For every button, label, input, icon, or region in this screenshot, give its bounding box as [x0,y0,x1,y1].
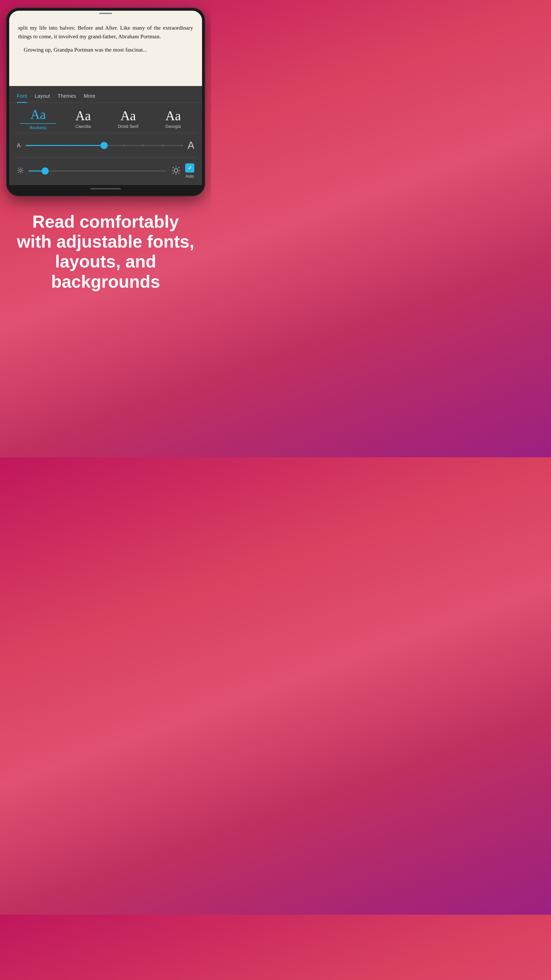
drag-handle[interactable] [99,13,112,14]
svg-point-9 [174,169,178,172]
book-content: split my life into halves: Before and Af… [9,11,202,86]
font-option-georgia[interactable]: Aa Georgia [151,109,196,129]
tabs-container: Font Layout Themes More [9,91,202,103]
font-size-slider[interactable] [26,140,183,151]
svg-line-16 [173,173,173,174]
tick-7 [143,145,143,146]
font-underline-bookerly [20,123,56,124]
tab-more[interactable]: More [84,91,95,103]
svg-line-14 [173,167,173,168]
tab-themes[interactable]: Themes [58,91,76,103]
slider-thumb[interactable] [100,142,108,149]
phone-wrapper: split my life into halves: Before and Af… [6,8,205,196]
font-size-large-label: A [187,140,194,151]
phone-screen: split my life into halves: Before and Af… [9,11,202,193]
tick-4 [84,145,85,146]
font-name-droid: Droid Serif [118,124,138,129]
marketing-heading: Read comfortably with adjustable fonts, … [13,212,198,291]
font-options-row: Aa Bookerly Aa Caecilia Aa Droid Serif [9,103,202,133]
svg-line-17 [179,167,179,168]
book-text: split my life into halves: Before and Af… [18,24,193,41]
font-size-row: A [9,133,202,158]
svg-line-8 [22,168,23,169]
book-text-2: Growing up, Grandpa Portman was the most… [18,45,193,54]
font-aa-droid: Aa [121,109,136,123]
font-name-bookerly: Bookerly [30,125,46,130]
tick-3 [65,145,65,146]
tick-6 [123,145,124,146]
marketing-section: Read comfortably with adjustable fonts, … [0,196,211,302]
brightness-row: ✓ Auto [9,158,202,185]
brightness-track [29,170,167,172]
tick-9 [182,145,183,146]
phone-outer: split my life into halves: Before and Af… [6,8,205,196]
auto-label: Auto [186,174,194,179]
font-name-georgia: Georgia [165,124,181,129]
font-aa-georgia: Aa [165,109,181,123]
font-size-small-label: A [17,142,21,149]
font-aa-caecilia: Aa [75,109,91,123]
brightness-thumb[interactable] [41,167,49,175]
tick-2 [45,145,46,146]
tab-font[interactable]: Font [17,91,27,103]
font-option-droid-serif[interactable]: Aa Droid Serif [106,109,151,129]
brightness-high-icon [171,166,181,176]
auto-brightness-checkbox[interactable]: ✓ Auto [185,163,194,179]
tick-8 [162,145,163,146]
svg-line-15 [179,173,179,174]
font-option-caecilia[interactable]: Aa Caecilia [61,109,106,129]
svg-line-5 [18,168,19,169]
home-indicator [9,185,202,193]
tab-layout[interactable]: Layout [35,91,50,103]
svg-line-6 [22,172,23,173]
reading-settings-panel: Font Layout Themes More A [9,86,202,185]
tick-1 [26,145,27,146]
font-name-caecilia: Caecilia [76,124,91,129]
svg-point-0 [19,169,21,172]
svg-line-7 [18,172,19,173]
checkmark-icon: ✓ [188,165,192,171]
font-option-bookerly[interactable]: Aa Bookerly [16,108,61,130]
brightness-slider[interactable] [29,166,167,176]
brightness-low-icon [17,167,24,175]
font-aa-bookerly: Aa [30,108,46,121]
home-bar [90,188,121,189]
checkbox-box: ✓ [185,163,194,172]
